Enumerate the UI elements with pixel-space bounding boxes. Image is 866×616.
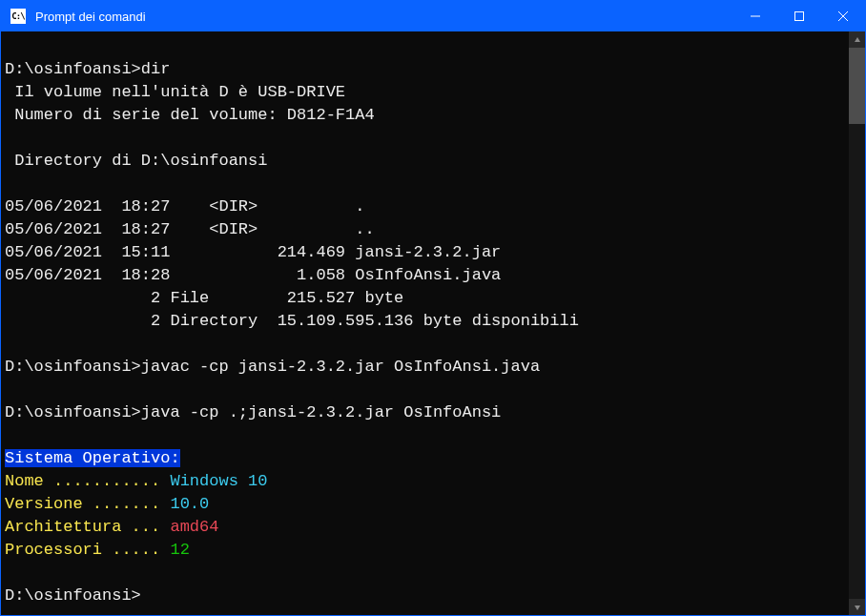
dir-listing-row: 05/06/2021 18:27 <DIR> . [5,197,364,216]
os-info-header: Sistema Operativo: [5,449,180,467]
output-line: Numero di serie del volume: D812-F1A4 [5,106,375,124]
vertical-scrollbar[interactable] [849,31,865,615]
os-version-value: 10.0 [160,495,209,513]
prompt: D:\osinfoansi> [5,60,141,78]
os-name-label: Nome ........... [5,472,160,490]
dir-listing-row: 05/06/2021 15:11 214.469 jansi-2.3.2.jar [5,243,501,261]
close-button[interactable] [821,1,865,31]
prompt: D:\osinfoansi> [5,586,141,605]
cmd-icon: C:\ [10,9,26,24]
os-arch-value: amd64 [160,518,218,536]
os-proc-value: 12 [160,541,190,559]
scrollbar-track[interactable] [849,48,865,599]
scrollbar-thumb[interactable] [849,48,865,124]
terminal-output[interactable]: D:\osinfoansi>dir Il volume nell'unità D… [1,31,849,615]
command-prompt-window: C:\ Prompt dei comandi D:\osinfoansi>dir… [0,0,866,616]
minimize-button[interactable] [733,1,777,31]
scroll-up-button[interactable] [849,31,865,48]
command-text: javac -cp jansi-2.3.2.jar OsInfoAnsi.jav… [141,358,540,376]
maximize-button[interactable] [777,1,821,31]
titlebar[interactable]: C:\ Prompt dei comandi [1,1,865,31]
dir-listing-row: 05/06/2021 18:28 1.058 OsInfoAnsi.java [5,266,501,284]
os-version-label: Versione ....... [5,495,160,513]
dir-summary: 2 File 215.527 byte [5,289,403,307]
output-line: Directory di D:\osinfoansi [5,152,267,170]
prompt: D:\osinfoansi> [5,403,141,421]
dir-listing-row: 05/06/2021 18:27 <DIR> .. [5,220,375,238]
window-title: Prompt dei comandi [35,10,146,24]
command-text: dir [141,60,171,78]
os-proc-label: Processori ..... [5,541,160,559]
svg-rect-1 [795,12,804,21]
command-text: java -cp .;jansi-2.3.2.jar OsInfoAnsi [141,403,501,421]
os-name-value: Windows 10 [160,472,267,490]
svg-marker-4 [855,37,860,42]
output-line: Il volume nell'unità D è USB-DRIVE [5,83,345,101]
scroll-down-button[interactable] [849,599,865,615]
svg-marker-5 [855,606,860,610]
prompt: D:\osinfoansi> [5,358,141,376]
os-arch-label: Architettura ... [5,518,160,536]
dir-summary: 2 Directory 15.109.595.136 byte disponib… [5,312,579,330]
